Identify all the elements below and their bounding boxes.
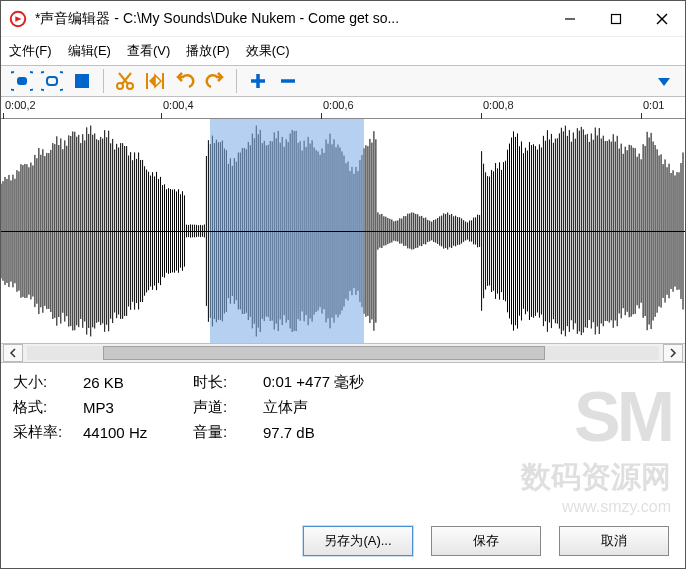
scroll-left-button[interactable] bbox=[3, 344, 23, 362]
svg-rect-2 bbox=[612, 14, 621, 23]
menu-dropdown-button[interactable] bbox=[649, 67, 679, 95]
play-all-button[interactable] bbox=[7, 67, 37, 95]
svg-rect-7 bbox=[75, 74, 89, 88]
watermark-cn: 数码资源网 bbox=[521, 457, 671, 498]
crop-button[interactable] bbox=[140, 67, 170, 95]
toolbar bbox=[1, 65, 685, 97]
format-value: MP3 bbox=[83, 399, 193, 416]
size-label: 大小: bbox=[13, 373, 83, 392]
svg-rect-5 bbox=[17, 77, 27, 85]
scroll-thumb[interactable] bbox=[103, 346, 545, 360]
channels-value: 立体声 bbox=[263, 398, 673, 417]
format-label: 格式: bbox=[13, 398, 83, 417]
minimize-button[interactable] bbox=[547, 1, 593, 37]
size-value: 26 KB bbox=[83, 374, 193, 391]
play-selection-button[interactable] bbox=[37, 67, 67, 95]
maximize-button[interactable] bbox=[593, 1, 639, 37]
save-as-button[interactable]: 另存为(A)... bbox=[303, 526, 413, 556]
menu-view[interactable]: 查看(V) bbox=[127, 42, 170, 60]
svg-rect-6 bbox=[47, 77, 57, 85]
zoom-in-button[interactable] bbox=[243, 67, 273, 95]
separator bbox=[103, 69, 104, 93]
scroll-track[interactable] bbox=[27, 346, 659, 360]
redo-button[interactable] bbox=[200, 67, 230, 95]
duration-label: 时长: bbox=[193, 373, 263, 392]
ruler-tick-label: 0:00,6 bbox=[323, 99, 354, 111]
cut-button[interactable] bbox=[110, 67, 140, 95]
ruler-tick-label: 0:00,8 bbox=[483, 99, 514, 111]
waveform-view[interactable] bbox=[1, 119, 685, 343]
scroll-right-button[interactable] bbox=[663, 344, 683, 362]
waveform-midline bbox=[1, 231, 685, 232]
watermark-url: www.smzy.com bbox=[521, 498, 671, 516]
undo-button[interactable] bbox=[170, 67, 200, 95]
ruler-tick-label: 0:00,2 bbox=[5, 99, 36, 111]
samplerate-value: 44100 Hz bbox=[83, 424, 193, 441]
zoom-out-button[interactable] bbox=[273, 67, 303, 95]
channels-label: 声道: bbox=[193, 398, 263, 417]
samplerate-label: 采样率: bbox=[13, 423, 83, 442]
save-button[interactable]: 保存 bbox=[431, 526, 541, 556]
ruler-tick-label: 0:00,4 bbox=[163, 99, 194, 111]
window-title: *声音编辑器 - C:\My Sounds\Duke Nukem - Come … bbox=[35, 10, 547, 28]
volume-label: 音量: bbox=[193, 423, 263, 442]
menu-edit[interactable]: 编辑(E) bbox=[68, 42, 111, 60]
close-button[interactable] bbox=[639, 1, 685, 37]
title-bar: *声音编辑器 - C:\My Sounds\Duke Nukem - Come … bbox=[1, 1, 685, 37]
cancel-button[interactable]: 取消 bbox=[559, 526, 669, 556]
menu-bar: 文件(F) 编辑(E) 查看(V) 播放(P) 效果(C) bbox=[1, 37, 685, 65]
menu-effects[interactable]: 效果(C) bbox=[246, 42, 290, 60]
time-ruler[interactable]: 0:00,2 0:00,4 0:00,6 0:00,8 0:01 bbox=[1, 97, 685, 119]
info-panel: 大小: 26 KB 时长: 0:01 +477 毫秒 格式: MP3 声道: 立… bbox=[1, 363, 685, 450]
window-buttons bbox=[547, 1, 685, 37]
volume-value: 97.7 dB bbox=[263, 424, 673, 441]
ruler-tick-label: 0:01 bbox=[643, 99, 664, 111]
separator bbox=[236, 69, 237, 93]
stop-button[interactable] bbox=[67, 67, 97, 95]
menu-play[interactable]: 播放(P) bbox=[186, 42, 229, 60]
dialog-buttons: 另存为(A)... 保存 取消 bbox=[303, 526, 669, 556]
app-icon bbox=[9, 10, 27, 28]
horizontal-scrollbar bbox=[1, 343, 685, 363]
menu-file[interactable]: 文件(F) bbox=[9, 42, 52, 60]
duration-value: 0:01 +477 毫秒 bbox=[263, 373, 673, 392]
